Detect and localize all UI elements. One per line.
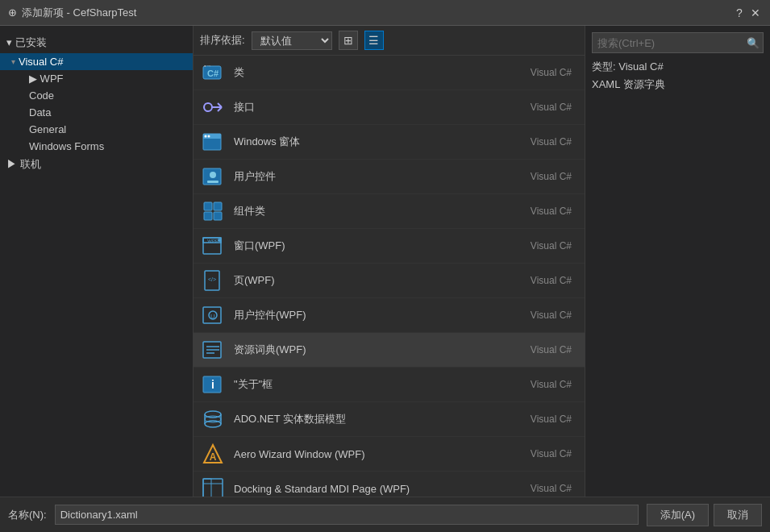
sidebar-item-visual-csharp[interactable]: ▾ Visual C#: [0, 53, 193, 70]
list-item[interactable]: WPF 窗口(WPF) Visual C#: [194, 229, 585, 264]
sidebar-sub-item[interactable]: Data: [0, 104, 193, 121]
list-item[interactable]: i "关于"框 Visual C#: [194, 368, 585, 402]
action-buttons: 添加(A) 取消: [647, 504, 762, 526]
item-icon-adonet: [200, 406, 226, 432]
item-category: Visual C#: [531, 310, 572, 321]
item-name: 接口: [234, 100, 522, 114]
toolbar: 排序依据: 默认值 ⊞ ☰: [194, 26, 585, 56]
item-category: Visual C#: [531, 483, 572, 494]
item-category: Visual C#: [531, 206, 572, 217]
item-name: 页(WPF): [234, 273, 522, 288]
grid-view-button[interactable]: ⊞: [339, 31, 358, 50]
close-button[interactable]: ✕: [749, 6, 762, 19]
search-input[interactable]: [593, 34, 743, 52]
list-item[interactable]: U 用户控件(WPF) Visual C#: [194, 298, 585, 333]
list-item[interactable]: 用户控件 Visual C#: [194, 160, 585, 194]
item-category: Visual C#: [531, 67, 572, 78]
item-name: "关于"框: [234, 377, 522, 392]
item-category: Visual C#: [531, 379, 572, 390]
items-list: C#•→ 类 Visual C# 接口 Visual C# Windows 窗体…: [194, 56, 585, 497]
svg-point-9: [205, 135, 207, 138]
sidebar-sub-item[interactable]: General: [0, 121, 193, 138]
add-button[interactable]: 添加(A): [647, 504, 709, 526]
item-name: 资源词典(WPF): [234, 343, 522, 357]
name-label: 名称(N):: [8, 508, 47, 522]
svg-text:</>: </>: [208, 276, 216, 282]
item-icon-usercontrol: [200, 164, 226, 189]
item-category: Visual C#: [531, 102, 572, 113]
item-name: 窗口(WPF): [234, 239, 522, 253]
sidebar-sub-items: ▶ WPFCodeDataGeneralWindows Forms: [0, 70, 193, 155]
svg-text:A: A: [210, 451, 217, 463]
list-item[interactable]: Docking & Standard MDI Page (WPF) Visual…: [194, 472, 585, 497]
svg-rect-15: [214, 202, 222, 210]
list-item[interactable]: 组件类 Visual C#: [194, 194, 585, 229]
list-item[interactable]: 接口 Visual C#: [194, 90, 585, 125]
svg-point-10: [208, 135, 210, 138]
svg-rect-40: [203, 479, 223, 497]
item-icon-wpfwindow: WPF: [200, 233, 226, 259]
item-category: Visual C#: [531, 171, 572, 182]
item-category: Visual C#: [531, 136, 572, 148]
item-icon-class: C#•→: [200, 60, 226, 85]
arrow-icon: ▾: [11, 57, 15, 66]
item-icon-wpfresdict: [200, 337, 226, 363]
sidebar: ▾ 已安装 ▾ Visual C# ▶ WPFCodeDataGeneralWi…: [0, 26, 194, 497]
svg-point-3: [204, 103, 212, 111]
right-panel: 🔍 类型: Visual C# XAML 资源字典: [585, 26, 770, 497]
svg-point-37: [205, 416, 221, 422]
list-item[interactable]: C#•→ 类 Visual C#: [194, 56, 585, 90]
list-item[interactable]: Windows 窗体 Visual C#: [194, 125, 585, 160]
svg-text:C#: C#: [207, 69, 219, 78]
item-icon-form: [200, 129, 226, 155]
item-icon-wpfusercontrol: U: [200, 302, 226, 328]
item-name: 类: [234, 65, 522, 80]
help-button[interactable]: ?: [733, 6, 746, 19]
sidebar-installed-header[interactable]: ▾ 已安装: [0, 32, 193, 53]
item-icon-component: [200, 198, 226, 224]
info-xaml: XAML 资源字典: [592, 77, 764, 92]
item-icon-interface: [200, 94, 226, 120]
item-category: Visual C#: [531, 448, 572, 459]
list-item[interactable]: 资源词典(WPF) Visual C#: [194, 333, 585, 368]
sidebar-sub-item[interactable]: Code: [0, 87, 193, 104]
bottom-bar: 名称(N): 添加(A) 取消: [0, 497, 770, 532]
right-info: 类型: Visual C# XAML 资源字典: [592, 60, 764, 95]
item-category: Visual C#: [531, 275, 572, 286]
item-name: 组件类: [234, 204, 522, 218]
sidebar-sub-item[interactable]: ▶ WPF: [0, 70, 193, 87]
svg-rect-13: [207, 181, 219, 183]
item-icon-wpfpage: </>: [200, 268, 226, 293]
title-bar: ⊕ 添加新项 - CefSharpTest ? ✕: [0, 0, 770, 26]
title-bar-controls: ? ✕: [733, 6, 762, 19]
search-box: 🔍: [592, 32, 764, 53]
main-layout: ▾ 已安装 ▾ Visual C# ▶ WPFCodeDataGeneralWi…: [0, 26, 770, 497]
app-icon: ⊕: [8, 6, 17, 19]
sidebar-sub-item[interactable]: Windows Forms: [0, 138, 193, 155]
item-icon-about: i: [200, 372, 226, 397]
svg-text:i: i: [211, 378, 214, 391]
list-view-button[interactable]: ☰: [364, 31, 384, 50]
list-item[interactable]: ADO.NET 实体数据模型 Visual C#: [194, 402, 585, 437]
svg-rect-16: [204, 212, 212, 220]
svg-rect-17: [214, 212, 222, 220]
list-item[interactable]: A Aero Wizard Window (WPF) Visual C#: [194, 437, 585, 472]
cancel-button[interactable]: 取消: [714, 504, 762, 526]
sort-select[interactable]: 默认值: [252, 31, 332, 50]
search-icon[interactable]: 🔍: [743, 33, 763, 52]
sidebar-item-lianji[interactable]: ▶ 联机: [0, 155, 193, 174]
svg-text:U: U: [210, 313, 215, 320]
item-category: Visual C#: [531, 344, 572, 355]
name-input[interactable]: [55, 505, 639, 525]
item-name: ADO.NET 实体数据模型: [234, 412, 522, 426]
svg-rect-14: [204, 202, 212, 210]
info-type: 类型: Visual C#: [592, 60, 764, 74]
item-name: 用户控件(WPF): [234, 308, 522, 322]
list-item[interactable]: </> 页(WPF) Visual C#: [194, 264, 585, 298]
svg-point-21: [218, 239, 221, 242]
item-name: Docking & Standard MDI Page (WPF): [234, 483, 522, 495]
svg-text:WPF: WPF: [207, 239, 219, 243]
title-bar-title: ⊕ 添加新项 - CefSharpTest: [8, 6, 136, 20]
item-icon-dockingpage: [200, 476, 226, 497]
svg-text:•→: •→: [204, 63, 211, 69]
